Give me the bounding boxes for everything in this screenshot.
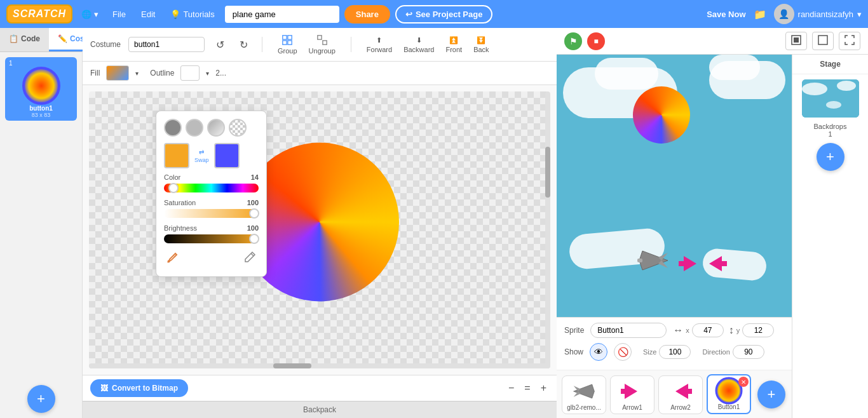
svg-point-7 (168, 260, 170, 263)
zoom-in-button[interactable]: + (538, 380, 549, 396)
swap-label: Swap (194, 157, 209, 163)
group-btn[interactable]: Group (273, 32, 302, 57)
color-value: 14 (251, 173, 259, 181)
scrollbar-thumb-v[interactable] (545, 147, 550, 198)
sprite-arrow2-img (665, 379, 696, 404)
see-project-button[interactable]: ↩ See Project Page (395, 5, 493, 24)
fill-label: Fill (90, 69, 100, 78)
saturation-slider[interactable] (164, 209, 259, 218)
saturation-label-row: Saturation 100 (164, 199, 259, 206)
costumes-icon: ✏️ (58, 34, 67, 43)
add-backdrop-button[interactable]: + (817, 143, 844, 171)
stage-preview (557, 55, 792, 317)
direction-input[interactable] (733, 345, 764, 359)
y-input[interactable] (742, 323, 774, 337)
add-costume-button[interactable]: + (27, 385, 55, 413)
eyedropper-btn[interactable] (241, 248, 259, 269)
stage-arrows-sprite (677, 251, 728, 282)
swap-btn[interactable]: ⇄ Swap (194, 149, 209, 163)
costume-item[interactable]: 1 button1 (5, 57, 77, 121)
project-name-input[interactable] (225, 6, 339, 23)
add-sprite-button[interactable]: + (757, 381, 785, 408)
sprites-list: glb2-remo... Arrow1 Arrow2 (557, 370, 792, 418)
color-modes (164, 119, 259, 137)
svg-rect-11 (818, 36, 827, 44)
front-btn[interactable]: ⏫ Front (440, 34, 467, 56)
normal-stage-btn[interactable] (812, 32, 834, 50)
forward-btn[interactable]: ⬆ Forward (362, 34, 397, 56)
brightness-label: Brightness (164, 224, 197, 232)
costume-number: 1 (9, 60, 13, 67)
main-color-swatch[interactable] (164, 143, 189, 168)
size-input[interactable] (659, 345, 691, 359)
redo-button[interactable]: ↻ (236, 36, 252, 53)
sprite-delete-btn[interactable]: ✕ (738, 377, 749, 387)
globe-menu[interactable]: 🌐 ▾ (78, 7, 102, 22)
group-label: Group (278, 47, 297, 55)
scrollbar-thumb-h[interactable] (273, 363, 311, 368)
color-mode-solid[interactable] (164, 119, 182, 137)
show-hidden-btn[interactable]: 🚫 (614, 343, 632, 361)
convert-label: Convert to Bitmap (112, 384, 178, 393)
x-input[interactable] (692, 323, 724, 337)
stage-backdrop-thumb[interactable] (802, 79, 859, 118)
user-avatar[interactable]: 👤 randiantsizafyh ▾ (774, 4, 862, 24)
show-label: Show (564, 347, 583, 356)
bottom-toolbar: 🖼 Convert to Bitmap − = + (83, 375, 557, 401)
folder-icon[interactable]: 📁 (751, 6, 769, 23)
fill-dropdown-arrow[interactable]: ▾ (135, 70, 139, 77)
brightness-slider[interactable] (164, 234, 259, 243)
sprite-name-input[interactable] (590, 323, 667, 338)
sprite-row-1: Sprite ↔ x ↕ y (564, 323, 784, 338)
svg-rect-15 (637, 259, 642, 262)
canvas-scrollbar-horizontal[interactable] (89, 363, 550, 368)
color-mode-lighter[interactable] (186, 119, 203, 137)
color-mode-transparent[interactable] (229, 119, 247, 137)
convert-to-bitmap-button[interactable]: 🖼 Convert to Bitmap (90, 379, 188, 397)
svg-marker-12 (639, 251, 668, 270)
zoom-reset-button[interactable]: = (522, 380, 532, 396)
costume-name-input[interactable] (128, 37, 205, 52)
backward-btn[interactable]: ⬇ Backward (398, 34, 439, 56)
file-menu[interactable]: File (107, 7, 131, 22)
undo-button[interactable]: ↺ (212, 36, 228, 53)
back-btn[interactable]: ⏬ Back (468, 34, 494, 56)
outline-dropdown-arrow[interactable]: ▾ (206, 70, 209, 77)
show-visible-btn[interactable]: 👁 (590, 343, 607, 361)
toolbar-arrange-group: Group Ungroup (273, 32, 341, 57)
saturation-thumb[interactable] (249, 208, 259, 219)
tab-code[interactable]: 📋 Code (0, 28, 49, 51)
color-mode-gradient[interactable] (207, 119, 225, 137)
stop-button[interactable]: ■ (587, 32, 605, 50)
code-tab-label: Code (21, 34, 40, 43)
outline-color-box[interactable] (180, 65, 200, 81)
costume-name-label: Costume (90, 40, 121, 49)
canvas-scrollbar-vertical[interactable] (545, 91, 550, 368)
backpack-bar[interactable]: Backpack (83, 401, 557, 418)
ungroup-btn[interactable]: Ungroup (304, 32, 341, 57)
sprite-thumb-arrow2[interactable]: Arrow2 (658, 375, 703, 414)
tutorials-btn[interactable]: 💡 Tutorials (165, 7, 219, 22)
sprite-thumb-plane[interactable]: glb2-remo... (562, 375, 606, 414)
hue-thumb[interactable] (168, 183, 179, 193)
share-button[interactable]: Share (344, 5, 390, 24)
sprite-button1-label: Button1 (718, 403, 740, 410)
edit-menu[interactable]: Edit (136, 7, 160, 22)
hue-slider[interactable] (164, 184, 259, 192)
zoom-controls: − = + (506, 380, 549, 396)
scratch-logo[interactable]: SCRATCH (6, 4, 72, 24)
fullscreen-btn[interactable] (839, 32, 860, 50)
zoom-out-button[interactable]: − (506, 380, 517, 396)
sprite-thumb-arrow1[interactable]: Arrow1 (610, 375, 654, 414)
backward-icon: ⬇ (416, 36, 422, 44)
brush-tool-btn[interactable] (164, 248, 182, 269)
fill-color-box[interactable] (106, 65, 129, 81)
small-stage-btn[interactable] (785, 32, 807, 50)
sprite-thumb-button1[interactable]: ✕ (707, 374, 751, 414)
green-flag-button[interactable]: ⚑ (564, 32, 582, 50)
brightness-thumb[interactable] (249, 234, 259, 244)
y-arrow-icon: ↕ (729, 325, 734, 336)
forward-icon: ⬆ (376, 36, 382, 44)
secondary-color-swatch[interactable] (214, 143, 240, 168)
save-now-button[interactable]: Save Now (707, 10, 745, 19)
